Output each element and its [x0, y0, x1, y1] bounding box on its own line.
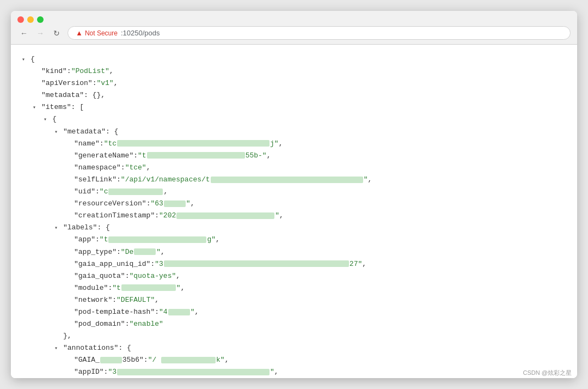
reload-button[interactable]: ↻ [50, 27, 63, 40]
address-bar-row: ← → ↻ ▲ Not Secure :10250/pods [11, 23, 577, 44]
json-line: "metadata": {}, [22, 89, 566, 101]
back-button[interactable]: ← [17, 27, 30, 40]
toggle-arrow[interactable]: ▾ [54, 223, 62, 233]
browser-window: ← → ↻ ▲ Not Secure :10250/pods ▾ { "kind… [11, 11, 577, 378]
json-line: "gaia_app_uniq_id": "327", [22, 258, 566, 270]
warning-icon: ▲ [76, 29, 83, 37]
browser-content[interactable]: ▾ { "kind": "PodList", "apiVersion": "v1… [11, 45, 577, 378]
json-line: "generateName": "t55b-", [22, 150, 566, 162]
json-line: "creationTimestamp": "202", [22, 210, 566, 222]
json-line: ▾ { [22, 113, 566, 125]
toggle-arrow[interactable]: ▾ [54, 344, 62, 353]
json-line: "network": "DEFAULT", [22, 294, 566, 306]
json-line: }, [22, 330, 566, 342]
browser-chrome: ← → ↻ ▲ Not Secure :10250/pods [11, 11, 577, 45]
json-line: "kind": "PodList", [22, 65, 566, 77]
json-line: "pod-template-hash": "4", [22, 306, 566, 318]
forward-button[interactable]: → [34, 27, 47, 40]
json-line: "app": "tg", [22, 234, 566, 246]
json-line: ▾ "metadata": { [22, 126, 566, 138]
title-bar [11, 11, 577, 23]
toggle-arrow[interactable]: ▾ [22, 55, 29, 64]
json-line: ▾ "annotations": { [22, 342, 566, 354]
address-bar[interactable]: ▲ Not Secure :10250/pods [68, 26, 571, 40]
json-line: "app_type": "De", [22, 246, 566, 258]
json-line: "GAIA_35b6": "/ k", [22, 354, 566, 366]
toggle-arrow[interactable]: ▾ [54, 127, 62, 137]
json-line: ▾ { [22, 53, 566, 65]
json-line: "resourceVersion": "63", [22, 198, 566, 210]
json-line: "name": "tcj", [22, 138, 566, 150]
json-line: "pod_domain": "enable" [22, 318, 566, 330]
json-line: "module": "t", [22, 282, 566, 294]
maximize-button[interactable] [37, 16, 44, 23]
json-line: "gaia_quota": "quota-yes", [22, 270, 566, 282]
json-line: "selfLink": "/api/v1/namespaces/t", [22, 174, 566, 186]
json-line: "uid": "c, [22, 186, 566, 198]
nav-buttons: ← → ↻ [17, 27, 63, 40]
json-line: "apiVersion": "v1", [22, 77, 566, 89]
json-line: ▾ "labels": { [22, 222, 566, 234]
close-button[interactable] [17, 16, 24, 23]
watermark: CSDN @炫彩之星 [523, 369, 572, 377]
not-secure-label: Not Secure [85, 29, 118, 37]
json-line: "namespace": "tce", [22, 162, 566, 174]
url-display: :10250/pods [121, 29, 160, 37]
traffic-lights [17, 16, 44, 23]
security-warning: ▲ Not Secure [76, 29, 118, 37]
json-line: "appID": "3", [22, 366, 566, 378]
minimize-button[interactable] [27, 16, 34, 23]
toggle-arrow[interactable]: ▾ [44, 115, 51, 124]
toggle-arrow[interactable]: ▾ [33, 103, 40, 112]
json-line: ▾ "items": [ [22, 101, 566, 113]
